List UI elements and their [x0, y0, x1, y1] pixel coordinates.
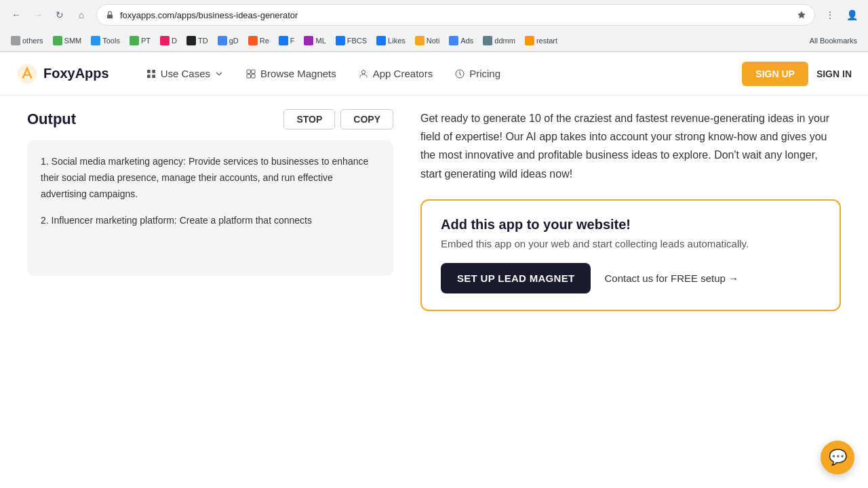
profile-button[interactable]: 👤	[842, 5, 861, 24]
output-box: 1. Social media marketing agency: Provid…	[27, 140, 393, 276]
star-icon	[797, 10, 806, 20]
svg-rect-7	[252, 70, 255, 73]
bookmark-icon	[449, 36, 458, 45]
right-panel: Get ready to generate 10 of the craziest…	[420, 109, 841, 475]
page: FoxyApps Use Cases	[0, 52, 868, 488]
contact-link-text: Contact us for FREE setup	[604, 272, 725, 284]
content-area: FoxyApps Use Cases	[0, 52, 868, 488]
pricing-label: Pricing	[469, 68, 500, 79]
svg-point-10	[361, 70, 365, 73]
output-buttons: STOP COPY	[283, 109, 393, 129]
bookmark-f[interactable]: F	[275, 35, 299, 47]
nav-pricing[interactable]: Pricing	[445, 62, 510, 85]
lead-magnet-box: Add this app to your website! Embed this…	[420, 199, 841, 311]
bookmark-tools[interactable]: Tools	[87, 35, 124, 47]
bookmark-icon	[336, 36, 345, 45]
bookmarks-bar: others SMM Tools PT D TD gD Re	[0, 30, 868, 52]
use-cases-label: Use Cases	[161, 68, 210, 79]
svg-rect-0	[107, 14, 113, 18]
bookmark-icon	[91, 36, 100, 45]
browse-magnets-label: Browse Magnets	[260, 68, 336, 79]
signup-button[interactable]: SIGN UP	[742, 62, 808, 86]
svg-rect-5	[152, 75, 155, 78]
arrow-icon: →	[728, 272, 738, 284]
address-bar[interactable]: foxyapps.com/apps/business-ideas-generat…	[96, 4, 815, 26]
bookmark-pt[interactable]: PT	[125, 35, 155, 47]
bookmark-icon	[11, 36, 20, 45]
contact-link[interactable]: Contact us for FREE setup →	[604, 272, 738, 284]
output-header: Output STOP COPY	[27, 109, 393, 129]
logo-icon	[16, 63, 38, 85]
bookmark-re[interactable]: Re	[244, 35, 273, 47]
navbar: FoxyApps Use Cases	[0, 52, 868, 96]
bookmark-icon	[525, 36, 534, 45]
bookmark-likes[interactable]: Likes	[372, 35, 410, 47]
bookmark-all[interactable]: All Bookmarks	[806, 35, 861, 46]
bookmark-icon	[376, 36, 386, 45]
bookmark-icon	[279, 36, 288, 45]
bookmark-d[interactable]: D	[156, 35, 181, 47]
url-text: foxyapps.com/apps/business-ideas-generat…	[120, 10, 791, 20]
lead-magnet-actions: SET UP LEAD MAGNET Contact us for FREE s…	[441, 263, 821, 293]
bookmark-icon	[160, 36, 170, 45]
nav-browse-magnets[interactable]: Browse Magnets	[236, 62, 346, 85]
extensions-button[interactable]: ⋮	[821, 5, 840, 24]
svg-rect-3	[152, 70, 155, 73]
svg-rect-2	[147, 70, 151, 73]
person-icon	[358, 68, 369, 79]
svg-rect-4	[147, 75, 151, 78]
browser-chrome: ← → ↻ ⌂ foxyapps.com/apps/business-ideas…	[0, 0, 868, 52]
svg-rect-6	[247, 70, 250, 73]
bookmark-icon	[415, 36, 425, 45]
chat-icon: 💬	[829, 449, 847, 466]
output-line-2: 2. Influencer marketing platform: Create…	[41, 213, 380, 229]
output-line-1: 1. Social media marketing agency: Provid…	[41, 154, 380, 202]
stop-button[interactable]: STOP	[283, 109, 335, 129]
signin-button[interactable]: SIGN IN	[816, 68, 852, 79]
copy-button[interactable]: COPY	[340, 109, 393, 129]
bookmark-icon	[186, 36, 196, 45]
browser-actions: ⋮ 👤	[821, 5, 861, 24]
bookmark-smm[interactable]: SMM	[49, 35, 86, 47]
description-text: Get ready to generate 10 of the craziest…	[420, 109, 841, 183]
back-button[interactable]: ←	[7, 5, 26, 24]
nav-app-creators[interactable]: App Creators	[349, 62, 442, 85]
chat-bubble[interactable]: 💬	[821, 441, 854, 474]
chevron-down-icon	[214, 69, 224, 79]
bookmark-ml[interactable]: ML	[300, 35, 330, 47]
tag-icon	[454, 68, 465, 79]
logo[interactable]: FoxyApps	[16, 63, 109, 85]
lock-icon	[105, 10, 115, 20]
bookmark-ads[interactable]: Ads	[445, 35, 477, 47]
bookmark-noti[interactable]: Noti	[411, 35, 444, 47]
bookmark-icon	[483, 36, 492, 45]
bookmark-others[interactable]: others	[7, 35, 47, 47]
reload-button[interactable]: ↻	[50, 5, 69, 24]
bookmark-ddmm[interactable]: ddmm	[479, 35, 519, 47]
main-content: Output STOP COPY 1. Social media marketi…	[0, 96, 868, 488]
bookmark-icon	[304, 36, 313, 45]
setup-lead-magnet-button[interactable]: SET UP LEAD MAGNET	[441, 263, 591, 293]
lead-magnet-desc: Embed this app on your web and start col…	[441, 238, 821, 249]
lead-magnet-title: Add this app to your website!	[441, 217, 821, 232]
nav-actions: SIGN UP SIGN IN	[742, 62, 852, 86]
browser-toolbar: ← → ↻ ⌂ foxyapps.com/apps/business-ideas…	[0, 0, 868, 30]
grid-icon	[146, 68, 157, 79]
nav-links: Use Cases Browse Magnets	[136, 62, 743, 85]
bookmark-icon	[130, 36, 139, 45]
forward-button[interactable]: →	[28, 5, 47, 24]
bookmark-icon	[248, 36, 258, 45]
svg-rect-8	[247, 74, 250, 77]
logo-text: FoxyApps	[43, 66, 109, 81]
left-panel: Output STOP COPY 1. Social media marketi…	[27, 109, 393, 475]
bookmark-icon	[218, 36, 227, 45]
bookmark-gd[interactable]: gD	[214, 35, 243, 47]
bookmark-fbcs[interactable]: FBCS	[332, 35, 371, 47]
nav-use-cases[interactable]: Use Cases	[136, 62, 233, 85]
app-creators-label: App Creators	[373, 68, 433, 79]
bookmark-td[interactable]: TD	[182, 35, 212, 47]
home-button[interactable]: ⌂	[72, 5, 91, 24]
bookmark-restart[interactable]: restart	[521, 35, 561, 47]
bookmark-icon	[53, 36, 62, 45]
output-title: Output	[27, 110, 76, 128]
